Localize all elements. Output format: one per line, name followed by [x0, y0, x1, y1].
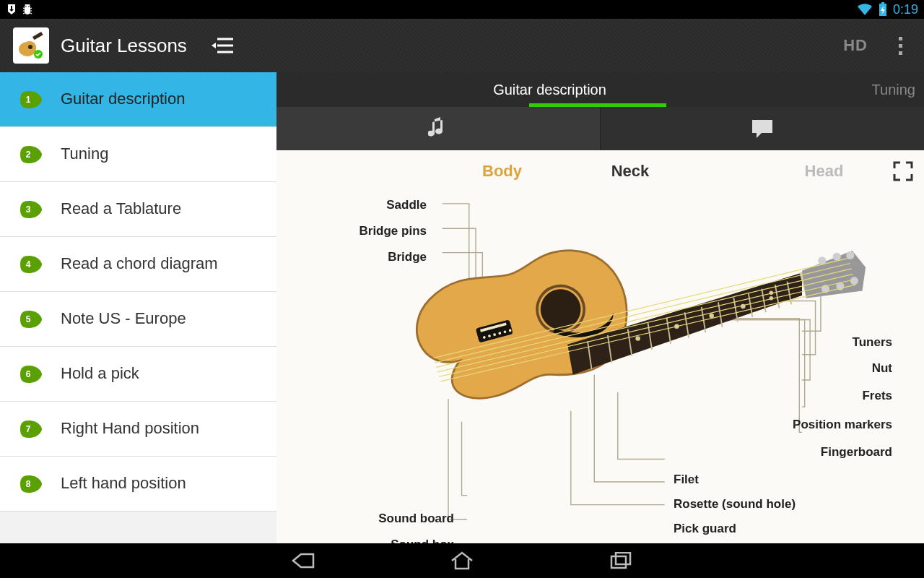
main-content: Guitar description Tuning Body Neck Head: [276, 72, 924, 543]
chat-bubble-icon: [751, 119, 773, 138]
lesson-number-badge: 6: [19, 366, 42, 383]
tab-guitar-description[interactable]: Guitar description: [276, 72, 823, 107]
part-label-bridge: Bridge: [354, 250, 427, 264]
download-icon: [6, 4, 17, 15]
svg-point-6: [28, 45, 32, 49]
content-tab-strip: Guitar description Tuning: [276, 72, 924, 107]
music-note-icon: [428, 117, 448, 140]
sidebar-item-guitar-description[interactable]: 1 Guitar description: [0, 72, 276, 127]
svg-point-42: [833, 253, 841, 261]
sidebar-item-label: Read a chord diagram: [61, 243, 218, 285]
svg-rect-54: [616, 553, 630, 564]
svg-point-35: [709, 314, 713, 318]
sidebar-item-label: Hold a pick: [61, 353, 139, 394]
part-label-rosette: Rosette (sound hole): [674, 497, 796, 512]
diagram-section-body: Body: [276, 162, 536, 181]
android-debug-icon: [22, 4, 33, 15]
expand-button[interactable]: [892, 160, 914, 182]
svg-point-1: [28, 6, 30, 7]
drawer-toggle-icon[interactable]: [209, 31, 237, 60]
part-label-bridge-pins: Bridge pins: [328, 224, 427, 238]
hd-badge[interactable]: HD: [843, 36, 868, 55]
lesson-number-badge: 4: [19, 256, 42, 273]
overflow-menu-icon[interactable]: [889, 31, 911, 60]
sidebar-item-label: Read a Tablature: [61, 189, 181, 230]
svg-point-33: [635, 336, 640, 340]
nav-recents-button[interactable]: [606, 551, 635, 571]
nav-home-button[interactable]: [448, 551, 476, 571]
nav-back-button[interactable]: [289, 551, 318, 571]
battery-charging-icon: [879, 2, 887, 17]
action-bar: Guitar Lessons HD: [0, 19, 924, 72]
part-label-sound-box: Sound box: [353, 538, 454, 543]
sidebar-item-tuning[interactable]: 2 Tuning: [0, 127, 276, 182]
sidebar-item-label: Note US - Europe: [61, 298, 186, 340]
part-label-pick-guard: Pick guard: [674, 522, 736, 536]
part-label-frets: Frets: [862, 389, 892, 403]
sidebar-item-right-hand-position[interactable]: 7 Right Hand position: [0, 402, 276, 457]
lesson-sidebar: 1 Guitar description 2 Tuning 3 Read a T…: [0, 72, 276, 543]
svg-rect-53: [611, 556, 626, 568]
subtab-content[interactable]: [276, 107, 601, 150]
sidebar-item-label: Tuning: [61, 134, 108, 175]
part-label-tuners: Tuners: [853, 335, 892, 350]
part-label-sound-board: Sound board: [353, 512, 454, 526]
app-title: Guitar Lessons: [61, 35, 187, 57]
wifi-icon: [857, 3, 873, 16]
lesson-number-badge: 7: [19, 420, 42, 438]
lesson-number-badge: 8: [19, 475, 42, 493]
tab-tuning[interactable]: Tuning: [823, 72, 924, 107]
content-subtab-strip: [276, 107, 924, 150]
diagram-section-neck: Neck: [536, 162, 724, 181]
svg-point-0: [25, 6, 27, 7]
svg-rect-7: [32, 32, 43, 40]
app-icon[interactable]: [13, 27, 49, 64]
svg-rect-3: [881, 2, 884, 4]
part-label-filet: Filet: [674, 473, 699, 487]
part-label-fingerboard: Fingerboard: [821, 445, 892, 460]
subtab-comments[interactable]: [601, 107, 924, 150]
android-status-bar: 0:19: [0, 0, 924, 19]
android-nav-bar: [0, 543, 924, 578]
lesson-number-badge: 5: [19, 311, 42, 328]
sidebar-item-hold-a-pick[interactable]: 6 Hold a pick: [0, 347, 276, 402]
part-label-nut: Nut: [872, 361, 892, 376]
status-clock: 0:19: [893, 2, 918, 17]
sidebar-item-label: Right Hand position: [61, 408, 199, 449]
part-label-position-markers: Position markers: [793, 418, 892, 432]
sidebar-item-read-chord-diagram[interactable]: 4 Read a chord diagram: [0, 237, 276, 292]
svg-point-46: [850, 277, 858, 285]
sidebar-item-left-hand-position[interactable]: 8 Left hand position: [0, 457, 276, 512]
sidebar-item-label: Left hand position: [61, 463, 186, 504]
sidebar-item-label: Guitar description: [61, 79, 185, 120]
sidebar-item-read-tablature[interactable]: 3 Read a Tablature: [0, 182, 276, 237]
guitar-diagram: Body Neck Head: [276, 150, 924, 543]
sidebar-item-note-us-europe[interactable]: 5 Note US - Europe: [0, 292, 276, 347]
lesson-number-badge: 3: [19, 201, 42, 218]
lesson-number-badge: 1: [19, 91, 42, 108]
lesson-number-badge: 2: [19, 146, 42, 163]
part-label-saddle: Saddle: [354, 198, 427, 212]
